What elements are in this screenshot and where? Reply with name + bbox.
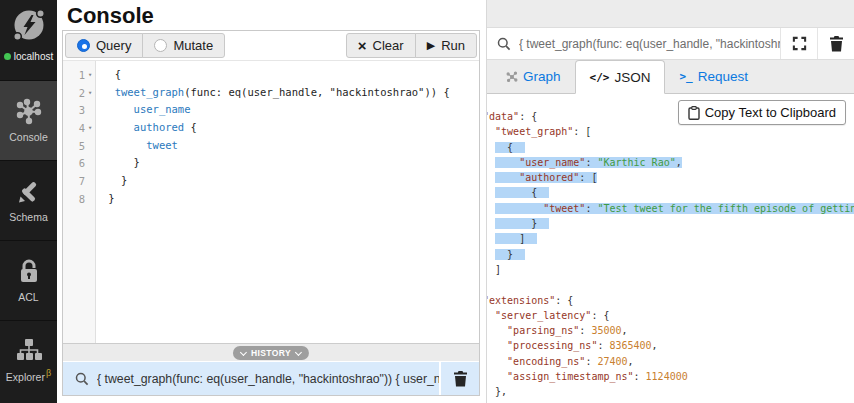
json-line: "tweet": "Test tweet for the fifth episo… (487, 201, 854, 216)
tab-graph[interactable]: Graph (492, 60, 575, 93)
json-line (487, 277, 854, 292)
graph-tab-icon (506, 71, 518, 83)
editor-gutter: 1▾2▾3 4▾5 6 7 8 (63, 61, 96, 343)
result-query-text: { tweet_graph(func: eq(user_handle, "hac… (519, 37, 780, 51)
json-result-content: Copy Text to Clipboard "data": { "tweet_… (487, 94, 854, 403)
dgraph-logo-icon (9, 5, 49, 45)
json-line: "txn": { (487, 400, 854, 403)
sidebar: localhost Console Schema (0, 0, 57, 403)
console-graph-icon (15, 98, 42, 125)
query-editor[interactable]: 1▾2▾3 4▾5 6 7 8 { tweet_graph(func: eq(u… (63, 61, 479, 343)
history-entry-text: { tweet_graph(func: eq(user_handle, "hac… (97, 372, 439, 386)
result-tabs: Graph </> JSON >_ Request (487, 60, 854, 94)
code-line: tweet_graph(func: eq(user_handle, "hacki… (102, 84, 479, 102)
server-label: localhost (14, 51, 53, 62)
json-line: }, (487, 384, 854, 399)
history-toggle-button[interactable]: HISTORY (233, 346, 309, 360)
mutate-radio-icon (154, 39, 167, 52)
json-line: "parsing_ns": 35000, (487, 323, 854, 338)
json-line: "server_latency": { (487, 308, 854, 323)
line-number: 1▾ (63, 66, 95, 84)
code-line: } (102, 154, 479, 172)
query-radio-icon (77, 39, 90, 52)
search-icon (75, 372, 89, 386)
line-number: 5 (63, 137, 95, 155)
highlighted-selection: { (495, 187, 549, 198)
history-entry[interactable]: { tweet_graph(func: eq(user_handle, "hac… (63, 361, 479, 395)
highlighted-selection: "authored": [ (495, 172, 597, 183)
connection-status-dot (4, 53, 11, 60)
clear-button[interactable]: × Clear (346, 33, 416, 58)
json-output[interactable]: "data": { "tweet_graph": [ { "user_name"… (487, 94, 854, 403)
sidebar-item-label: Console (9, 131, 48, 143)
sidebar-item-acl[interactable]: ACL (0, 240, 57, 320)
history-strip: HISTORY (63, 343, 479, 361)
trash-icon (453, 370, 468, 387)
json-line: } (487, 247, 854, 262)
code-line: } (102, 190, 479, 208)
json-line: ] (487, 262, 854, 277)
fold-arrow-icon[interactable]: ▾ (85, 89, 95, 97)
highlighted-selection: ] (495, 233, 537, 244)
schema-tools-icon (16, 179, 42, 205)
console-main: Console Query Mutate × Clear ▶ (57, 0, 486, 403)
clipboard-icon (688, 106, 700, 120)
code-line: { (102, 66, 479, 84)
line-number: 7 (63, 172, 95, 190)
json-line: { (487, 185, 854, 200)
json-line: "extensions": { (487, 293, 854, 308)
action-button-group: × Clear ▶ Run (346, 33, 477, 58)
highlighted-selection: "tweet": "Test tweet for the fifth episo… (495, 203, 854, 214)
line-number: 6 (63, 154, 95, 172)
mode-button-group: Query Mutate (65, 33, 225, 58)
mutate-mode-button[interactable]: Mutate (142, 33, 225, 58)
chevron-down-icon (295, 348, 302, 355)
results-panel: { tweet_graph(func: eq(user_handle, "hac… (486, 0, 854, 403)
query-panel: Query Mutate × Clear ▶ Run 1▾2▾3 4▾5 6 (62, 30, 480, 396)
fullscreen-icon (792, 36, 807, 51)
code-line: authored { (102, 119, 479, 137)
sitemap-icon (16, 338, 42, 362)
code-line: tweet (102, 137, 479, 155)
code-line: } (102, 172, 479, 190)
lock-icon (17, 259, 41, 285)
chevron-down-icon (240, 348, 247, 355)
json-line: "authored": [ (487, 170, 854, 185)
highlighted-selection: { (495, 142, 525, 153)
line-number: 2▾ (63, 84, 95, 102)
line-number: 8 (63, 190, 95, 208)
fold-arrow-icon[interactable]: ▾ (85, 71, 95, 79)
copy-to-clipboard-button[interactable]: Copy Text to Clipboard (678, 100, 846, 125)
sidebar-item-schema[interactable]: Schema (0, 160, 57, 240)
run-button[interactable]: ▶ Run (415, 33, 477, 58)
sidebar-item-label: ACL (18, 291, 38, 303)
json-line: "assign_timestamp_ns": 1124000 (487, 369, 854, 384)
query-mode-button[interactable]: Query (65, 33, 143, 58)
fold-arrow-icon[interactable]: ▾ (85, 124, 95, 132)
sidebar-item-console[interactable]: Console (0, 80, 57, 160)
json-line: "tweet_graph": [ (487, 124, 854, 139)
code-line: user_name (102, 101, 479, 119)
result-query-bar[interactable]: { tweet_graph(func: eq(user_handle, "hac… (487, 27, 854, 60)
request-terminal-icon: >_ (679, 70, 692, 83)
trash-icon (829, 35, 844, 52)
highlighted-selection: } (495, 218, 549, 229)
page-title: Console (67, 3, 154, 29)
search-icon (497, 37, 511, 51)
sidebar-item-explorer[interactable]: Explorerβ (0, 320, 57, 400)
server-connection[interactable]: localhost (0, 0, 57, 80)
json-line: { (487, 140, 854, 155)
sidebar-item-label: Schema (9, 211, 48, 223)
delete-result-button[interactable] (817, 28, 854, 59)
tab-json[interactable]: </> JSON (575, 60, 666, 94)
clear-x-icon: × (358, 38, 367, 53)
json-line: } (487, 216, 854, 231)
sidebar-item-label: Explorerβ (6, 368, 51, 383)
beta-badge: β (46, 368, 51, 378)
tab-request[interactable]: >_ Request (665, 60, 762, 93)
line-number: 4▾ (63, 119, 95, 137)
fullscreen-button[interactable] (780, 28, 817, 59)
json-line: "user_name": "Karthic Rao", (487, 155, 854, 170)
highlighted-selection: } (495, 249, 525, 260)
history-delete-button[interactable] (439, 362, 479, 395)
